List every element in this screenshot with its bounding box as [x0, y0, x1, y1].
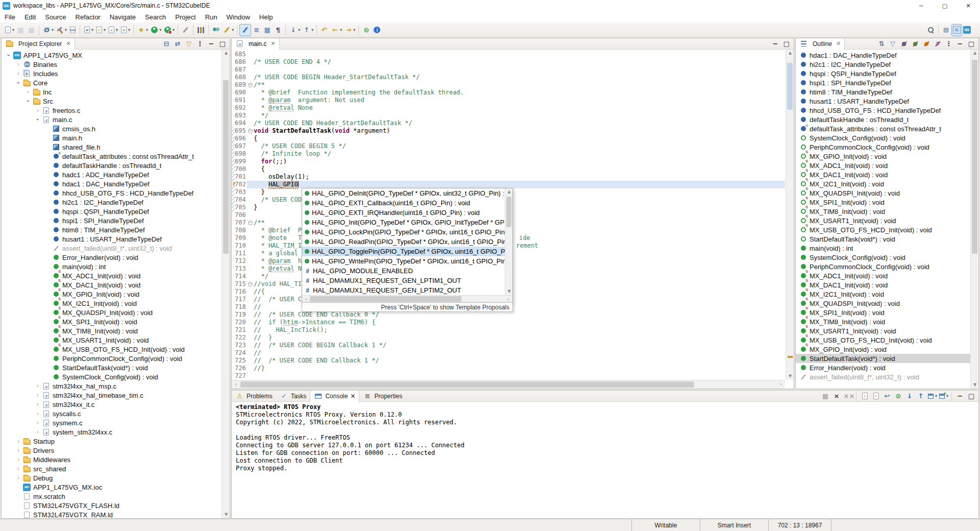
- swv-tools-button[interactable]: [211, 24, 222, 36]
- outline-scrollbar[interactable]: ▲ ▼: [970, 50, 978, 389]
- outline-item[interactable]: hi2c1 : I2C_HandleTypeDef: [796, 60, 970, 69]
- minimize-button[interactable]: −: [955, 391, 965, 401]
- code-text[interactable]: /* Infinite loop */: [254, 150, 785, 158]
- back-button[interactable]: ←▾: [330, 24, 343, 36]
- pin-editor-button[interactable]: ⊙: [361, 24, 372, 36]
- remove-all-launches-button[interactable]: ××: [843, 391, 853, 401]
- outline-tab[interactable]: Outline ✕: [796, 38, 845, 50]
- mx-perspective-button[interactable]: MX: [962, 24, 972, 36]
- menu-help[interactable]: Help: [255, 11, 278, 22]
- chevron-collapsed-icon[interactable]: ›: [14, 465, 22, 472]
- scroll-down-icon[interactable]: ▼: [971, 381, 979, 389]
- clear-console-button[interactable]: ×: [860, 391, 870, 401]
- outline-item[interactable]: hdac1 : DAC_HandleTypeDef: [796, 51, 970, 60]
- fold-collapse-icon[interactable]: −: [248, 83, 253, 87]
- outline-item[interactable]: MX_I2C1_Init(void) : void: [796, 289, 970, 299]
- outline-item[interactable]: StartDefaultTask(void*) : void: [796, 354, 970, 363]
- chevron-expanded-icon[interactable]: ›: [34, 115, 41, 124]
- view-menu-button[interactable]: ⋮: [195, 39, 205, 49]
- code-text[interactable]: // if (htim->Instance == TIM6) {: [254, 319, 785, 326]
- dropdown-arrow-icon[interactable]: ▾: [12, 28, 14, 32]
- tree-row[interactable]: MX_QUADSPI_Init(void) : void: [2, 308, 222, 317]
- editor-vertical-scrollbar[interactable]: ▲ ▼: [786, 50, 794, 380]
- outline-item[interactable]: hqspi : QSPI_HandleTypeDef: [796, 69, 970, 78]
- scrollbar-thumb[interactable]: [972, 60, 977, 254]
- scroll-down-icon[interactable]: ▼: [505, 288, 513, 295]
- outline-item[interactable]: hspi1 : SPI_HandleTypeDef: [796, 78, 970, 87]
- code-text[interactable]: {: [254, 135, 785, 142]
- chevron-expanded-icon[interactable]: ›: [24, 97, 32, 105]
- outline-item[interactable]: MX_GPIO_Init(void) : void: [796, 345, 970, 354]
- menu-project[interactable]: Project: [170, 11, 200, 22]
- dropdown-arrow-icon[interactable]: ▾: [232, 28, 234, 32]
- remove-launch-button[interactable]: ×: [831, 391, 842, 401]
- console-tab-tasks[interactable]: ✓Tasks: [276, 391, 310, 402]
- autocomplete-item[interactable]: HAL_GPIO_Init(GPIO_TypeDef * GPIOx, GPIO…: [302, 218, 505, 227]
- outline-item[interactable]: MX_SPI1_Init(void) : void: [796, 308, 970, 317]
- tree-row[interactable]: hhcd_USB_OTG_FS : HCD_HandleTypeDef: [2, 188, 222, 198]
- menu-run[interactable]: Run: [201, 11, 222, 22]
- tree-row[interactable]: assert_failed(uint8_t*, uint32_t) : void: [2, 244, 222, 253]
- chevron-collapsed-icon[interactable]: ›: [34, 410, 42, 417]
- toggle-block-selection-button[interactable]: ▦: [262, 24, 273, 36]
- dropdown-arrow-icon[interactable]: ▾: [311, 28, 313, 32]
- scrollbar-thumb[interactable]: [787, 63, 793, 110]
- tree-row[interactable]: hadc1 : ADC_HandleTypeDef: [2, 170, 222, 179]
- scroll-up-icon[interactable]: ▲: [505, 188, 513, 196]
- outline-item[interactable]: MX_USART1_Init(void) : void: [796, 326, 970, 335]
- dropdown-arrow-icon[interactable]: ▾: [104, 28, 106, 32]
- code-text[interactable]: /* USER CODE END Header_StartDefaultTask…: [254, 119, 785, 127]
- next-annotation-button[interactable]: ↓▾: [288, 24, 301, 36]
- tree-row[interactable]: ›.csystem_stm32l4xx.c: [2, 427, 222, 437]
- project-explorer-tab[interactable]: Project Explorer ✕: [2, 38, 75, 50]
- dropdown-arrow-icon[interactable]: ▾: [52, 28, 54, 32]
- tree-row[interactable]: ›Src: [2, 96, 222, 106]
- tree-row[interactable]: ›Middlewares: [2, 455, 222, 464]
- tree-row[interactable]: MX_DAC1_Init(void) : void: [2, 280, 222, 289]
- code-text[interactable]: [254, 66, 785, 74]
- project-explorer-scrollbar[interactable]: ▲ ▼: [222, 50, 230, 518]
- code-text[interactable]: // }: [254, 334, 785, 342]
- toggle-mark-occurrences-button[interactable]: [239, 24, 251, 36]
- outline-item[interactable]: defaultTaskHandle : osThreadId_t: [796, 115, 970, 124]
- pin-console-button[interactable]: ⊙: [893, 391, 903, 401]
- autocomplete-item[interactable]: #HAL_DMAMUX1_REQUEST_GEN_LPTIM1_OUT: [302, 276, 505, 285]
- scroll-up-icon[interactable]: ▲: [971, 50, 979, 57]
- tree-row[interactable]: cmsis_os.h: [2, 124, 222, 133]
- fold-collapse-icon[interactable]: −: [248, 129, 253, 133]
- close-window-button[interactable]: ✕: [957, 0, 980, 11]
- outline-item[interactable]: MX_TIM8_Init(void) : void: [796, 317, 970, 326]
- hide-inactive-button[interactable]: #: [933, 39, 943, 49]
- autocomplete-item[interactable]: #HAL_GPIO_MODULE_ENABLED: [302, 266, 505, 276]
- new-c-source-button[interactable]: c▾: [107, 24, 119, 36]
- info-button[interactable]: i: [372, 24, 382, 36]
- search-button[interactable]: [926, 24, 936, 36]
- tree-row[interactable]: STM32L475VGTX_RAM.ld: [2, 510, 222, 518]
- scrollbar-thumb[interactable]: [223, 80, 229, 254]
- chevron-collapsed-icon[interactable]: ›: [34, 382, 42, 390]
- hide-static-members-button[interactable]: ●: [910, 39, 920, 49]
- code-text[interactable]: [254, 372, 785, 380]
- outline-item[interactable]: MX_GPIO_Init(void) : void: [796, 152, 970, 161]
- open-console-button[interactable]: ▾: [938, 391, 948, 401]
- outline-item[interactable]: assert_failed(uint8_t*, uint32_t) : void: [796, 372, 970, 381]
- code-text[interactable]: //: [254, 349, 785, 357]
- console-output[interactable]: <terminated> RTOS Proxy STMicroelectroni…: [232, 402, 978, 518]
- scroll-down-icon[interactable]: ▼: [786, 373, 794, 380]
- tree-row[interactable]: STM32L475VGTX_FLASH.ld: [2, 501, 222, 510]
- editor-horizontal-scrollbar[interactable]: ‹ ›: [232, 380, 785, 389]
- maximize-button[interactable]: □: [966, 39, 976, 49]
- dropdown-arrow-icon[interactable]: ▾: [935, 394, 937, 398]
- display-selected-console-button[interactable]: ▾: [927, 391, 937, 401]
- tree-row[interactable]: ›Debug: [2, 473, 222, 482]
- show-stdout-button[interactable]: ↓: [904, 391, 915, 401]
- maximize-button[interactable]: □: [781, 39, 792, 49]
- chevron-collapsed-icon[interactable]: ›: [14, 70, 22, 77]
- tree-row[interactable]: htim8 : TIM_HandleTypeDef: [2, 225, 222, 234]
- code-text[interactable]: /* USER CODE BEGIN Header_StartDefaultTa…: [254, 74, 785, 81]
- tree-row[interactable]: MXAPP1_L475VG_MX.ioc: [2, 482, 222, 492]
- code-text[interactable]: // /* USER CODE END Callback 0 */: [254, 311, 785, 319]
- console-tab-properties[interactable]: ≡Properties: [359, 391, 406, 402]
- scroll-left-icon[interactable]: ‹: [232, 380, 240, 389]
- tree-row[interactable]: ›.cmain.c: [2, 115, 222, 124]
